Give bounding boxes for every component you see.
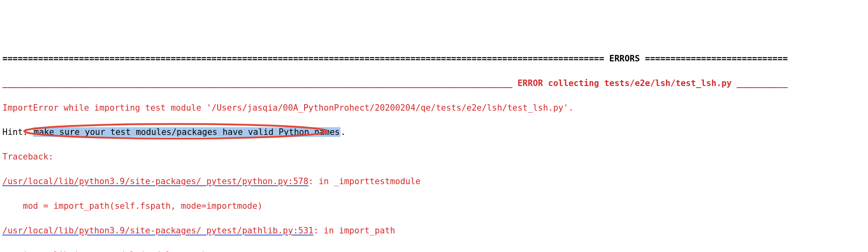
error-underscore-pre: ________________________________________…: [2, 78, 512, 88]
tb-line-2-rest: : in import_path: [313, 226, 395, 235]
hint-line: Hint: make sure your test modules/packag…: [2, 126, 868, 138]
tb-line-1-rest: : in _importtestmodule: [309, 176, 421, 186]
hint-prefix: Hint:: [2, 127, 33, 137]
traceback-link-1[interactable]: /usr/local/lib/python3.9/site-packages/_…: [2, 176, 309, 186]
tb-code-1: mod = import_path(self.fspath, mode=impo…: [2, 200, 868, 212]
error-collecting-label: ERROR collecting tests/e2e/lsh/test_lsh.…: [512, 78, 737, 88]
error-collecting-line: ________________________________________…: [2, 77, 868, 89]
tb-line-1: /usr/local/lib/python3.9/site-packages/_…: [2, 175, 868, 187]
tb-line-2: /usr/local/lib/python3.9/site-packages/_…: [2, 225, 868, 237]
tb-code-2: importlib.import_module(module_name): [2, 249, 868, 252]
hint-wrap: make sure your test modules/packages hav…: [33, 126, 341, 138]
import-error-line: ImportError while importing test module …: [2, 102, 868, 114]
traceback-link-2[interactable]: /usr/local/lib/python3.9/site-packages/_…: [2, 226, 313, 235]
header-divider-pre: ========================================…: [2, 54, 604, 63]
hint-highlight-text: make sure your test modules/packages hav…: [33, 127, 341, 137]
error-underscore-post: __________: [737, 78, 788, 88]
section-header: ========================================…: [2, 52, 868, 65]
hint-suffix: .: [340, 127, 346, 137]
header-divider-post: ============================: [645, 54, 788, 63]
traceback-label: Traceback:: [2, 151, 868, 163]
header-label: ERRORS: [604, 54, 645, 63]
